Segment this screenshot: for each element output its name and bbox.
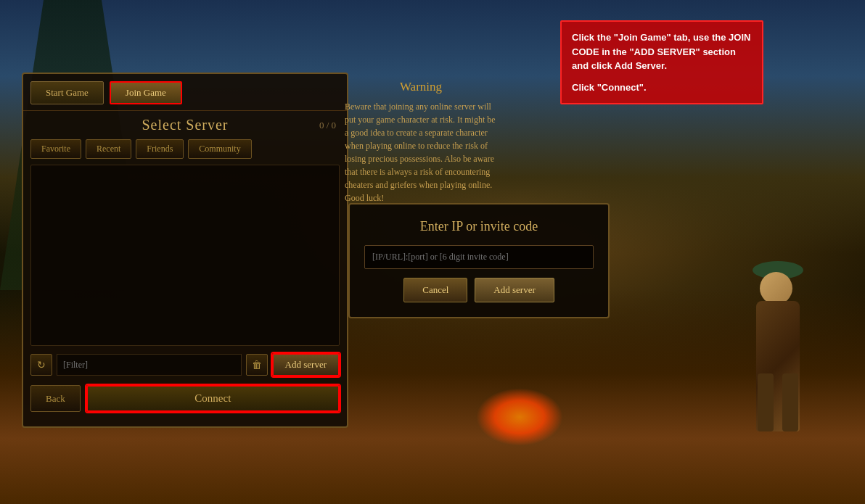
- start-game-button[interactable]: Start Game: [30, 81, 104, 104]
- annotation-box: Click the "Join Game" tab, use the JOIN …: [560, 20, 763, 104]
- bottom-controls-row: ↻ 🗑 Add server: [23, 346, 347, 381]
- char-leg-right: [782, 373, 798, 431]
- tab-recent[interactable]: Recent: [86, 139, 131, 159]
- warning-title: Warning: [345, 80, 497, 94]
- main-panel: Start Game Join Game Select Server 0 / 0…: [22, 73, 348, 428]
- trash-button[interactable]: 🗑: [246, 354, 268, 376]
- tab-community[interactable]: Community: [188, 139, 251, 159]
- refresh-button[interactable]: ↻: [30, 354, 52, 376]
- top-buttons-row: Start Game Join Game: [23, 74, 347, 111]
- back-button[interactable]: Back: [30, 385, 81, 412]
- warning-text: Beware that joining any online server wi…: [345, 100, 497, 205]
- ip-dialog-buttons: Cancel Add server: [364, 278, 594, 302]
- annotation-text: Click the "Join Game" tab, use the JOIN …: [572, 30, 752, 94]
- filter-input[interactable]: [57, 354, 242, 376]
- trash-icon: 🗑: [252, 359, 262, 371]
- campfire-bg: [476, 388, 563, 446]
- char-leg-left: [758, 373, 774, 431]
- filter-tabs: Favorite Recent Friends Community: [23, 139, 347, 165]
- refresh-icon: ↻: [37, 359, 46, 371]
- server-count: 0 / 0: [319, 120, 336, 131]
- add-server-button[interactable]: Add server: [272, 353, 340, 376]
- server-header: Select Server 0 / 0: [23, 111, 347, 139]
- ip-input[interactable]: [364, 245, 594, 269]
- server-list: [30, 165, 340, 346]
- annotation-line1: Click the "Join Game" tab, use the JOIN …: [572, 32, 750, 71]
- server-title: Select Server: [142, 117, 228, 133]
- add-server-dialog-button[interactable]: Add server: [475, 278, 554, 302]
- character-silhouette: [742, 243, 821, 431]
- ip-dialog: Enter IP or invite code Cancel Add serve…: [348, 203, 610, 318]
- cancel-button[interactable]: Cancel: [403, 278, 467, 302]
- tab-favorite[interactable]: Favorite: [30, 139, 81, 159]
- connect-row: Back Connect: [23, 381, 347, 412]
- ip-dialog-title: Enter IP or invite code: [364, 219, 594, 234]
- connect-button[interactable]: Connect: [86, 385, 340, 412]
- annotation-line2: Click "Connect".: [572, 82, 647, 93]
- warning-panel: Warning Beware that joining any online s…: [345, 80, 497, 205]
- join-game-button[interactable]: Join Game: [110, 81, 182, 104]
- tab-friends[interactable]: Friends: [136, 139, 184, 159]
- char-head: [760, 272, 792, 305]
